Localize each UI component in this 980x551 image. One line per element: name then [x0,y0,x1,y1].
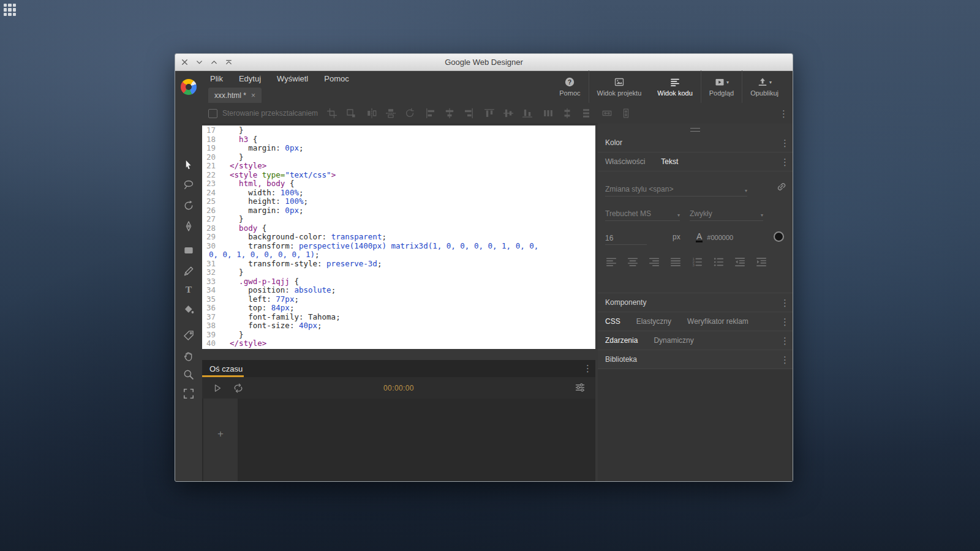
code-line: 24 width: 100%; [202,189,595,198]
font-color-icon: A [696,232,703,242]
flip-horizontal-icon[interactable] [366,108,377,119]
align-right-icon[interactable] [463,108,474,119]
tekst-kebab-icon[interactable] [780,157,789,167]
tab-zdarzenia[interactable]: Zdarzenia [605,336,638,345]
pencil-tool-icon[interactable] [183,265,195,277]
align-top-icon[interactable] [484,108,495,119]
titlebar[interactable]: Google Web Designer [175,54,793,71]
transform-control-checkbox[interactable] [208,109,217,118]
match-width-icon[interactable] [601,108,612,119]
action-code-view[interactable]: Widok kodu [649,70,700,103]
distribute-center-icon[interactable] [562,108,573,119]
fill-tool-icon[interactable] [183,304,195,316]
distribute-horizontal-icon[interactable] [543,108,554,119]
tab-tekst[interactable]: Tekst [661,157,678,166]
section-komponenty[interactable]: Komponenty [598,293,793,312]
tab-wlasciwosci[interactable]: Właściwości [605,157,645,166]
zoom-tool-icon[interactable] [183,369,195,381]
document-tab-label: xxx.html * [214,91,246,100]
menu-pomoc[interactable]: Pomoc [316,70,356,87]
text-tool-icon[interactable]: T [183,283,195,296]
text-align-right-icon[interactable] [648,256,660,268]
timeline-tab[interactable]: Oś czasu [209,364,243,373]
tab-close-icon[interactable] [251,92,255,99]
color-swatch[interactable] [774,231,784,242]
distribute-vertical-icon[interactable] [581,108,592,119]
rotate-icon[interactable] [404,108,415,119]
code-line: 17 } [202,126,595,135]
text-properties-panel: Zmiana stylu <span> Trebuchet MS Zwykły … [598,171,793,293]
timeline-settings-icon[interactable] [575,382,586,393]
fullscreen-tool-icon[interactable] [183,388,195,400]
tab-elastyczny[interactable]: Elastyczny [636,317,671,326]
link-style-icon[interactable] [775,181,788,193]
text-format-toolbar: 123 [605,256,767,268]
selection-tool-icon[interactable] [183,159,195,171]
close-icon[interactable] [180,58,189,67]
action-publish[interactable]: Opublikuj [742,70,786,103]
line-number: 34 [202,286,216,295]
rotate-3d-tool-icon[interactable] [183,200,195,212]
tag-tool-icon[interactable] [183,329,195,342]
font-size-unit: px [673,233,680,241]
line-number: 18 [202,135,216,144]
keep-above-icon[interactable] [224,58,233,67]
font-size-input[interactable]: 16 [605,229,647,245]
add-layer-button[interactable]: + [203,428,238,440]
line-number: 21 [202,162,216,171]
align-bottom-icon[interactable] [522,108,533,119]
menu-plik[interactable]: Plik [202,70,231,87]
action-preview[interactable]: Podgląd [701,70,742,103]
tab-css[interactable]: CSS [605,317,620,326]
crop-icon[interactable] [326,108,337,119]
align-middle-icon[interactable] [503,108,514,119]
list-numbered-icon[interactable]: 123 [691,256,703,268]
tab-weryfikator-reklam[interactable]: Weryfikator reklam [687,317,748,326]
align-center-h-icon[interactable] [444,108,455,119]
action-help[interactable]: ?Pomoc [551,70,588,103]
toolbar-kebab-icon[interactable] [779,109,788,118]
shape-tool-icon[interactable] [183,244,195,257]
timeline-kebab-icon[interactable] [583,364,592,373]
komponenty-kebab-icon[interactable] [780,298,789,307]
kolor-kebab-icon[interactable] [780,138,789,148]
chevron-down-icon [745,188,747,193]
pen-tool-icon[interactable] [183,220,195,233]
section-kolor[interactable]: Kolor [598,133,793,152]
menu-wyswietl[interactable]: Wyświetl [269,70,316,87]
document-tab[interactable]: xxx.html * [208,88,262,103]
indent-decrease-icon[interactable] [734,256,746,268]
code-line: 0, 0, 1, 0, 0, 0, 0, 1); [202,250,595,260]
list-bulleted-icon[interactable] [712,256,725,268]
apps-grid-icon[interactable] [4,4,16,16]
text-justify-icon[interactable] [669,256,682,268]
text-align-left-icon[interactable] [605,256,617,268]
menu-edytuj[interactable]: Edytuj [231,70,269,87]
code-editor[interactable]: 17 }18 h3 {19 margin: 0px;20 }21 </style… [202,126,595,349]
match-height-icon[interactable] [620,108,631,119]
line-number: 22 [202,171,216,180]
indent-increase-icon[interactable] [755,256,767,268]
style-scope-dropdown[interactable]: Zmiana stylu <span> [605,179,747,197]
section-biblioteka[interactable]: Biblioteka [598,350,793,369]
text-align-center-icon[interactable] [627,256,639,268]
zdarzenia-kebab-icon[interactable] [780,336,789,345]
font-color-button[interactable]: A #000000 [696,229,733,242]
hand-tool-icon[interactable] [183,350,195,362]
biblioteka-kebab-icon[interactable] [780,355,789,364]
font-family-dropdown[interactable]: Trebuchet MS [605,203,680,221]
shade-icon[interactable] [209,58,219,67]
free-transform-icon[interactable] [345,108,356,119]
unshade-icon[interactable] [195,58,204,67]
flip-vertical-icon[interactable] [385,108,396,119]
action-design-view[interactable]: Widok projektu [589,70,650,103]
tab-dynamiczny[interactable]: Dynamiczny [654,336,693,345]
lasso-tool-icon[interactable] [183,179,195,191]
view-actions: ?PomocWidok projektuWidok koduPodglądOpu… [551,70,786,103]
css-kebab-icon[interactable] [780,317,789,326]
panel-drag-handle[interactable] [598,124,793,133]
section-biblioteka-label: Biblioteka [605,355,637,364]
code-line: 19 margin: 0px; [202,144,595,153]
align-left-icon[interactable] [425,108,436,119]
font-weight-dropdown[interactable]: Zwykły [690,203,763,221]
